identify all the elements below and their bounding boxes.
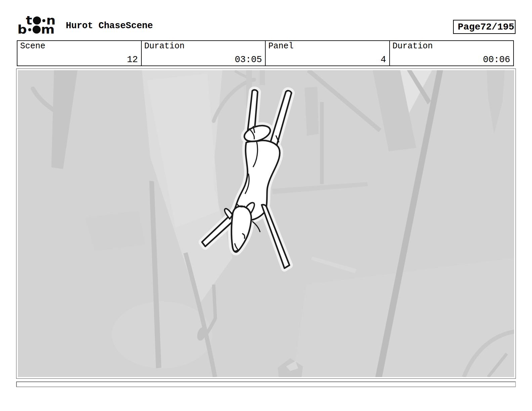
panel-info-row: Scene 12 Duration 03:05 Panel 4 Duration… [17, 40, 514, 66]
page-number-box: Page 72/195 [453, 20, 516, 34]
panel-duration-cell: Duration 00:06 [390, 41, 514, 65]
panel-number-cell: Panel 4 [266, 41, 390, 65]
scene-value: 12 [127, 55, 138, 65]
logo-letter-m: m [41, 25, 55, 34]
logo-small-dot-icon [42, 19, 45, 22]
project-title: Hurot ChaseScene [66, 21, 153, 31]
panel-number-value: 4 [381, 55, 386, 65]
panel-number-label: Panel [268, 41, 294, 51]
scene-duration-value: 03:05 [235, 55, 262, 65]
logo-letter-b: b [17, 25, 27, 34]
scene-duration-cell: Duration 03:05 [142, 41, 266, 65]
page-label: Page [458, 22, 480, 32]
caption-bar [16, 381, 516, 387]
panel-artwork [18, 70, 514, 377]
logo-big-dot-icon [33, 26, 41, 34]
toonboom-logo: t n b m [17, 15, 68, 36]
scene-cell: Scene 12 [17, 41, 142, 65]
toonboom-logo-row-bottom: b m [17, 25, 68, 35]
logo-small-dot-icon [28, 28, 31, 31]
storyboard-page: t n b m Hurot ChaseScene Page 72/195 Sce… [0, 0, 532, 411]
logo-big-dot-icon [33, 16, 41, 25]
page-value: 72/195 [480, 22, 514, 32]
storyboard-panel-frame [16, 68, 516, 379]
panel-duration-label: Duration [393, 41, 433, 51]
scene-duration-label: Duration [144, 41, 185, 51]
panel-duration-value: 00:06 [483, 55, 510, 65]
scene-label: Scene [20, 41, 45, 51]
